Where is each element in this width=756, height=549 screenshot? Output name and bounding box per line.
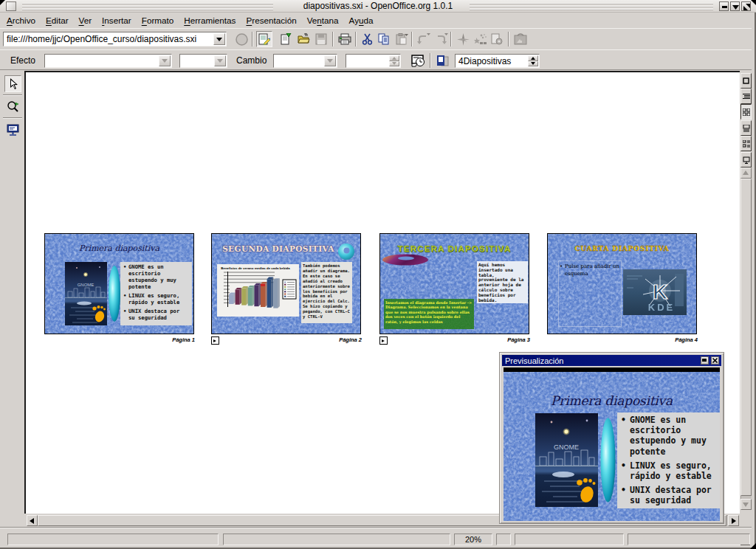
edit-file-button[interactable] — [256, 31, 272, 47]
main-toolbar — [0, 72, 24, 527]
menu-ventana[interactable]: Ventana — [302, 14, 344, 27]
shade-button[interactable] — [730, 1, 740, 11]
notes-view-button[interactable] — [740, 120, 752, 136]
preview-title: Previsualización — [502, 356, 563, 365]
preview-close-icon — [712, 357, 718, 364]
slides-per-row-button[interactable] — [434, 52, 450, 69]
hscroll-left-button[interactable] — [27, 515, 38, 526]
cut-icon — [362, 33, 373, 45]
vscroll-up-button[interactable] — [740, 168, 752, 179]
slide-thumbnail-3[interactable]: TERCERA DIAPOSITIVA Aquí hemos insertado… — [379, 233, 529, 334]
select-tool-button[interactable] — [4, 75, 21, 92]
menu-herramientas[interactable]: Herramientas — [179, 14, 241, 27]
slides-per-row-spinner[interactable]: 4Diapositivas — [455, 54, 540, 68]
slide-thumbnail-2[interactable]: SEGUNDA DIAPOSITIVA Beneficios de verano… — [211, 233, 361, 334]
kde-k-letter: K — [653, 280, 667, 303]
zoom-tool-button[interactable] — [4, 98, 21, 115]
paste-button[interactable] — [394, 31, 410, 47]
handout-view-button[interactable] — [740, 136, 752, 151]
time-spinner[interactable] — [346, 54, 401, 68]
print-icon — [338, 33, 351, 45]
status-cell-zoom[interactable]: 20% — [454, 534, 492, 545]
menu-formato[interactable]: Formato — [137, 14, 179, 27]
menu-ver[interactable]: Ver — [74, 14, 97, 27]
effect-speed-combobox[interactable] — [179, 54, 227, 68]
minimize-icon — [721, 3, 729, 11]
drawing-view-icon — [743, 77, 749, 84]
effect-dropdown-button[interactable] — [159, 55, 171, 66]
slide1-text-box: GNOME es un escritorio estupendo y muy p… — [120, 262, 192, 325]
save-icon — [315, 33, 327, 45]
stop-button[interactable] — [233, 31, 250, 47]
select-arrow-icon — [8, 78, 18, 90]
presentation-tool-button[interactable] — [4, 121, 21, 138]
vscroll-thumb[interactable] — [740, 179, 752, 496]
window-title: diapositivas.sxi - OpenOffice.org 1.0.1 — [0, 1, 756, 11]
slide3-note-box: Insertamos el diagrama desde Insertar ->… — [384, 299, 474, 329]
speed-dropdown-button[interactable] — [214, 55, 226, 66]
outline-placeholder: Pulse para añadir un esquema — [558, 260, 622, 327]
torus-3d-shape — [382, 254, 429, 266]
page-label-1: Página 1 — [45, 336, 195, 343]
url-combobox[interactable]: file:///home/jjc/OpenOffice_curso/diapos… — [3, 32, 227, 46]
slides-per-row-value[interactable]: 4Diapositivas — [458, 56, 511, 66]
print-button[interactable] — [337, 31, 353, 47]
time-spin-buttons[interactable] — [389, 55, 399, 66]
undo-button[interactable] — [416, 31, 432, 47]
edit-file-icon — [258, 33, 270, 45]
preview-close-button[interactable] — [711, 356, 719, 365]
kde-caption: KDE — [648, 302, 675, 313]
drawing-view-button[interactable] — [740, 73, 752, 89]
rehearse-timings-button[interactable] — [410, 52, 426, 69]
undo-icon — [416, 33, 431, 45]
vscroll-down-button[interactable] — [740, 499, 752, 510]
gnome-label: GNOME — [78, 283, 94, 287]
navigator-icon — [457, 33, 470, 46]
window-frame-bottom — [0, 546, 756, 549]
menu-presentacion[interactable]: Presentación — [241, 14, 301, 27]
save-button[interactable] — [313, 31, 329, 47]
presentation-icon — [7, 124, 19, 136]
menu-ayuda[interactable]: Ayuda — [344, 14, 379, 27]
minimize-button[interactable] — [719, 1, 729, 11]
outline-view-button[interactable] — [740, 89, 752, 104]
menu-editar[interactable]: Editar — [41, 14, 74, 27]
effect-combobox[interactable] — [44, 54, 172, 68]
stylist-icon — [474, 33, 487, 45]
autopilot-button[interactable] — [488, 31, 504, 47]
menu-archivo[interactable]: Archivo — [1, 14, 41, 27]
preview-titlebar[interactable]: Previsualización — [502, 355, 721, 366]
hscroll-right-button[interactable] — [728, 515, 739, 526]
url-dropdown-button[interactable] — [213, 33, 225, 45]
cambio-label: Cambio — [236, 55, 267, 66]
gallery-button[interactable] — [512, 31, 529, 47]
gnome-label: GNOME — [554, 443, 579, 451]
application-window: diapositivas.sxi - OpenOffice.org 1.0.1 … — [0, 0, 756, 549]
slides-per-row-spin-buttons[interactable] — [528, 55, 538, 66]
change-dropdown-button[interactable] — [324, 55, 336, 66]
navigator-button[interactable] — [455, 31, 471, 47]
close-button[interactable] — [741, 1, 751, 11]
change-combobox[interactable] — [273, 54, 337, 68]
autopilot-icon — [490, 33, 503, 45]
preview-window[interactable]: Previsualización Primera diapositiva — [499, 352, 724, 524]
menu-insertar[interactable]: Insertar — [97, 14, 137, 27]
titlebar[interactable]: diapositivas.sxi - OpenOffice.org 1.0.1 — [0, 0, 756, 13]
url-value[interactable]: file:///home/jjc/OpenOffice_curso/diapos… — [7, 34, 212, 44]
slide-view-button[interactable] — [740, 104, 752, 120]
start-presentation-button[interactable] — [740, 152, 752, 168]
open-button[interactable] — [295, 31, 312, 47]
slide3-note-text: Insertamos el diagrama desde Insertar ->… — [384, 299, 474, 324]
slide-thumbnail-4[interactable]: CUARTA DIAPOSITIVA Pulse para añadir un … — [547, 233, 697, 334]
cut-button[interactable] — [359, 31, 375, 47]
slide3-text-box: Aquí hemos insertado una tabla, provenie… — [477, 261, 528, 303]
copy-button[interactable] — [376, 31, 392, 47]
preview-text-box: GNOME es un escritorio estupendo y muy p… — [617, 412, 720, 508]
stylist-button[interactable] — [472, 31, 489, 47]
preview-maximize-button[interactable] — [701, 356, 709, 365]
slide-thumbnail-1[interactable]: Primera diapositiva GNOME — [44, 233, 194, 334]
redo-button[interactable] — [433, 31, 450, 47]
new-document-button[interactable] — [278, 31, 294, 47]
status-cell-info — [223, 534, 450, 545]
lens-shape — [600, 418, 616, 503]
